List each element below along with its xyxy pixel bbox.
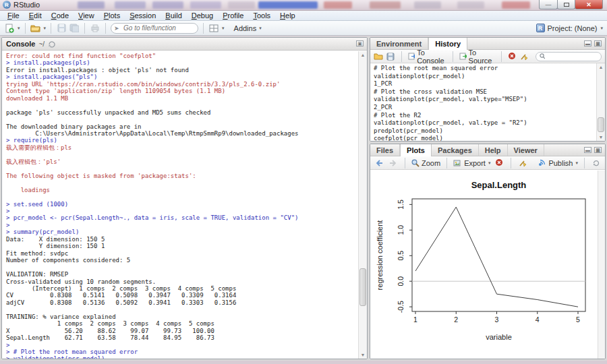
to-console-button[interactable]: To Console	[408, 49, 447, 65]
svg-text:regression coefficient: regression coefficient	[376, 220, 384, 291]
remove-plot-icon[interactable]	[494, 158, 504, 169]
publish-button[interactable]: Publish ▾	[538, 159, 578, 167]
zoom-plot-button[interactable]: Zoom	[411, 159, 440, 167]
remove-entries-icon[interactable]	[508, 51, 517, 62]
history-line[interactable]: validationplot(pcr_model)	[374, 73, 596, 81]
addins-caret-icon[interactable]: ▾	[259, 26, 262, 31]
tab-history[interactable]: History	[428, 38, 467, 50]
search-icon	[540, 53, 545, 59]
addins-button[interactable]: Addins	[234, 24, 257, 32]
minimize-button[interactable]: —	[539, 0, 558, 9]
close-button[interactable]: ✕	[575, 0, 603, 9]
console-header: Console ~/ ▣	[2, 38, 367, 51]
console-line: TRAINING: % variance explained	[6, 313, 358, 320]
console-line: Error: could not find function "coefplot…	[6, 53, 358, 59]
open-file-icon[interactable]	[30, 23, 41, 34]
console-panel: Console ~/ ▣ Error: could not find funct…	[1, 37, 368, 359]
menu-item-build[interactable]: Build	[161, 11, 186, 20]
console-working-directory[interactable]: ~/	[38, 40, 45, 48]
menu-item-debug[interactable]: Debug	[187, 11, 218, 20]
tab-files[interactable]: Files	[370, 144, 400, 156]
console-line	[6, 306, 358, 313]
svg-text:0.0: 0.0	[397, 276, 405, 286]
console-line: > summary(pcr_model)	[6, 229, 358, 235]
menu-item-edit[interactable]: Edit	[24, 11, 47, 20]
plots-scrollbar[interactable]	[598, 171, 605, 359]
menu-item-view[interactable]: View	[74, 11, 99, 20]
menu-item-session[interactable]: Session	[125, 11, 161, 20]
panel-minimize-icon[interactable]: ▬	[584, 147, 591, 153]
goto-arrow-icon: ➤	[114, 25, 119, 32]
pane-layout-icon[interactable]	[208, 23, 219, 34]
history-line[interactable]: # Plot the cross validation MSE	[374, 88, 596, 96]
goto-file-input[interactable]	[111, 23, 198, 34]
clear-history-broom-icon[interactable]	[520, 51, 529, 62]
panel-maximize-icon[interactable]: ▣	[594, 147, 602, 153]
clear-plots-broom-icon[interactable]	[517, 158, 528, 169]
history-line[interactable]: validationplot(pcr_model, val.type="MSEP…	[374, 96, 596, 104]
history-search-box[interactable]	[536, 52, 602, 61]
save-history-icon[interactable]	[386, 51, 395, 62]
refresh-plot-icon[interactable]	[591, 158, 602, 169]
tab-plots[interactable]: Plots	[400, 144, 432, 156]
history-line[interactable]: 1_PCR	[374, 80, 596, 88]
project-selector[interactable]: R Project: (None) ▾	[536, 24, 604, 32]
history-line[interactable]: coefplot(pcr_model)	[374, 135, 596, 141]
load-history-icon[interactable]	[374, 51, 383, 62]
console-line: Content type 'application/zip' length 11…	[6, 88, 358, 94]
previous-plot-icon[interactable]	[374, 158, 384, 169]
export-plot-button[interactable]: Export ▾	[453, 159, 490, 167]
export-caret-icon: ▾	[488, 160, 491, 166]
pane-layout-caret-icon[interactable]: ▾	[222, 26, 225, 31]
new-file-icon[interactable]	[4, 23, 15, 34]
menu-item-profile[interactable]: Profile	[218, 11, 248, 20]
to-source-button[interactable]: To Source	[459, 49, 495, 65]
menu-item-tools[interactable]: Tools	[248, 11, 275, 20]
maximize-button[interactable]	[557, 0, 575, 9]
new-file-caret-icon[interactable]: ▾	[18, 26, 20, 31]
save-icon[interactable]	[56, 23, 67, 34]
panel-maximize-icon[interactable]: ▣	[594, 40, 602, 47]
scroll-down-icon[interactable]: ▼	[359, 351, 367, 359]
console-line: 载入需要的程辑包：pls	[6, 144, 358, 151]
console-line: >	[6, 208, 358, 214]
print-icon[interactable]	[90, 23, 100, 34]
history-search-input[interactable]	[547, 53, 598, 60]
console-line: 载入程辑包：'pls'	[6, 158, 358, 165]
scroll-up-icon[interactable]: ▲	[359, 51, 367, 59]
history-line[interactable]: # Plot the root mean squared error	[374, 65, 596, 73]
console-maximize-icon[interactable]: ▣	[356, 40, 364, 47]
console-line: The downloaded binary packages are in	[6, 123, 358, 130]
history-scrollbar[interactable]: ▲ ▼	[596, 63, 605, 141]
workspace: Console ~/ ▣ Error: could not find funct…	[0, 36, 607, 361]
tab-packages[interactable]: Packages	[432, 144, 479, 156]
panel-minimize-icon[interactable]: ▬	[584, 40, 591, 47]
tab-viewer[interactable]: Viewer	[508, 144, 544, 156]
console-line: loadings	[6, 187, 358, 193]
menu-item-code[interactable]: Code	[47, 11, 74, 20]
history-line[interactable]: predplot(pcr_model)	[374, 127, 596, 135]
tab-environment[interactable]: Environment	[370, 38, 428, 49]
menu-item-file[interactable]: File	[3, 11, 24, 20]
history-line[interactable]: 2_PCR	[374, 104, 596, 112]
publish-caret-icon: ▾	[575, 160, 578, 166]
to-source-icon	[459, 53, 466, 60]
plots-toolbar: Zoom Export ▾ Publish ▾	[370, 156, 605, 170]
scroll-up-icon[interactable]: ▲	[597, 63, 605, 71]
console-line	[6, 151, 358, 158]
tab-help[interactable]: Help	[479, 144, 508, 156]
save-all-icon[interactable]	[69, 23, 80, 34]
history-line[interactable]: validationplot(pcr_model, val.type = "R2…	[374, 119, 596, 127]
history-line[interactable]: # Plot the R2	[374, 112, 596, 120]
history-list[interactable]: # Plot the root mean squared errorvalida…	[370, 63, 596, 141]
menu-item-help[interactable]: Help	[275, 11, 300, 20]
next-plot-icon[interactable]	[388, 158, 399, 169]
console-scrollbar[interactable]: ▲ ▼	[358, 51, 367, 359]
console-line: >	[6, 342, 358, 348]
console-output[interactable]: Error: could not find function "coefplot…	[2, 51, 358, 359]
scroll-down-icon[interactable]: ▼	[597, 133, 605, 141]
console-line: Sepal.Length 62.71 63.58 78.44 84.95 86.…	[6, 334, 358, 341]
session-restart-icon[interactable]	[48, 40, 55, 48]
open-file-caret-icon[interactable]: ▾	[44, 26, 47, 31]
menu-item-plots[interactable]: Plots	[99, 11, 125, 20]
